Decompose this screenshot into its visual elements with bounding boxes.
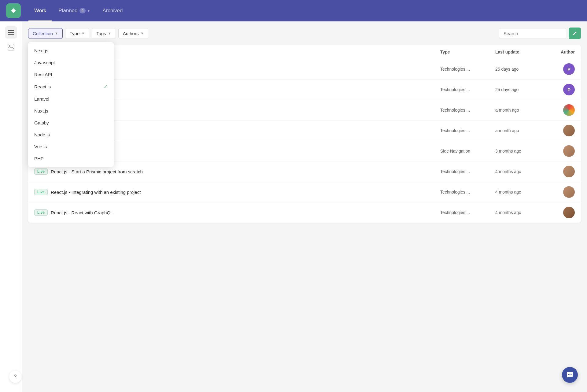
row-type: Technologies ...: [440, 128, 495, 133]
avatar: P: [563, 63, 575, 75]
tags-filter-button[interactable]: Tags ▼: [92, 28, 116, 39]
svg-rect-4: [8, 34, 14, 35]
row-type: Technologies ...: [440, 67, 495, 72]
avatar: [563, 186, 575, 198]
table-row[interactable]: Live React.js - React with GraphQL Techn…: [28, 202, 581, 223]
avatar: [563, 207, 575, 218]
dropdown-item-php[interactable]: PHP: [28, 153, 114, 165]
svg-rect-2: [8, 30, 14, 31]
app-logo[interactable]: [6, 3, 21, 18]
dropdown-item-reactjs[interactable]: React.js ✓: [28, 80, 114, 93]
sidebar-image-icon[interactable]: [5, 41, 17, 53]
tags-chevron-icon: ▼: [108, 31, 111, 35]
avatar: [563, 125, 575, 136]
row-date: 4 months ago: [495, 210, 550, 215]
row-type: Technologies ...: [440, 210, 495, 215]
row-title: React.js - Integrating with an existing …: [51, 190, 141, 195]
help-button[interactable]: ?: [9, 371, 21, 383]
header-last-update: Last update: [495, 50, 550, 54]
avatar: [563, 104, 575, 116]
row-title: React.js - React with GraphQL: [51, 210, 113, 215]
type-filter-button[interactable]: Type ▼: [65, 28, 89, 39]
table-row[interactable]: Live React.js - Integrating with an exis…: [28, 182, 581, 202]
top-navigation: Work Planned 6 ▼ Archived: [0, 0, 587, 21]
nav-archived[interactable]: Archived: [96, 0, 129, 21]
dropdown-item-nuxtjs[interactable]: Nuxt.js: [28, 105, 114, 117]
nav-work[interactable]: Work: [28, 0, 52, 21]
search-input[interactable]: [499, 28, 566, 39]
dropdown-item-rest-api[interactable]: Rest API: [28, 68, 114, 80]
live-badge: Live: [34, 209, 48, 216]
planned-chevron-icon: ▼: [87, 9, 90, 13]
authors-filter-button[interactable]: Authors ▼: [118, 28, 149, 39]
main-content: Collection ▼ Type ▼ Tags ▼ Authors ▼: [22, 21, 587, 392]
row-type: Technologies ...: [440, 108, 495, 113]
dropdown-item-nextjs[interactable]: Next.js: [28, 45, 114, 57]
row-date: 4 months ago: [495, 169, 550, 174]
header-type: Type: [440, 50, 495, 54]
row-type: Technologies ...: [440, 190, 495, 194]
dropdown-item-nodejs[interactable]: Node.js: [28, 129, 114, 141]
header-author: Author: [550, 50, 575, 54]
authors-chevron-icon: ▼: [140, 31, 144, 35]
create-button[interactable]: [569, 28, 581, 39]
type-chevron-icon: ▼: [81, 31, 85, 35]
svg-point-9: [571, 374, 572, 375]
collection-filter-button[interactable]: Collection ▼: [28, 28, 63, 39]
row-date: a month ago: [495, 108, 550, 113]
svg-rect-3: [8, 32, 14, 33]
sidebar-menu-icon[interactable]: [5, 26, 17, 39]
svg-point-8: [570, 374, 570, 375]
row-date: 4 months ago: [495, 190, 550, 194]
avatar: [563, 145, 575, 157]
svg-point-1: [12, 9, 15, 12]
dropdown-item-vuejs[interactable]: Vue.js: [28, 141, 114, 153]
row-date: 25 days ago: [495, 87, 550, 92]
collection-chevron-icon: ▼: [55, 31, 58, 35]
dropdown-item-javascript[interactable]: Javascript: [28, 57, 114, 68]
check-icon: ✓: [104, 84, 108, 90]
sidebar: [0, 21, 22, 392]
filter-bar: Collection ▼ Type ▼ Tags ▼ Authors ▼: [28, 28, 581, 39]
live-badge: Live: [34, 168, 48, 175]
live-badge: Live: [34, 189, 48, 195]
search-container: [499, 28, 581, 39]
avatar: P: [563, 84, 575, 95]
row-type: Technologies ...: [440, 87, 495, 92]
dropdown-item-laravel[interactable]: Laravel: [28, 93, 114, 105]
row-type: Side Navigation: [440, 149, 495, 153]
dropdown-item-gatsby[interactable]: Gatsby: [28, 117, 114, 129]
nav-planned[interactable]: Planned 6 ▼: [52, 0, 96, 21]
row-type: Technologies ...: [440, 169, 495, 174]
collection-dropdown: Next.js Javascript Rest API React.js ✓ L…: [28, 42, 114, 167]
avatar: [563, 166, 575, 177]
row-title-cell: Live React.js - Start a Prismic project …: [34, 168, 440, 175]
question-mark-icon: ?: [14, 374, 17, 379]
chat-button[interactable]: [562, 367, 578, 383]
row-date: 25 days ago: [495, 67, 550, 72]
row-date: a month ago: [495, 128, 550, 133]
row-date: 3 months ago: [495, 149, 550, 153]
planned-badge: 6: [79, 8, 86, 13]
row-title-cell: Live React.js - React with GraphQL: [34, 209, 440, 216]
row-title: React.js - Start a Prismic project from …: [51, 169, 143, 174]
row-title-cell: Live React.js - Integrating with an exis…: [34, 189, 440, 195]
svg-point-7: [568, 374, 569, 375]
